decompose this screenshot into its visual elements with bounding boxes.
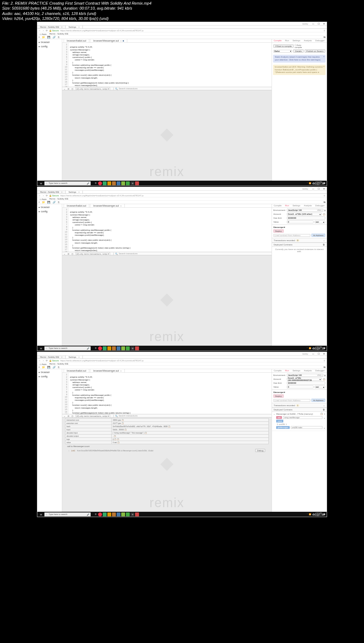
star-icon[interactable]: ☆	[323, 29, 325, 32]
alert-close-icon[interactable]: ×	[323, 55, 325, 58]
copy-icon[interactable]: 📋	[323, 213, 325, 216]
fn-add-input[interactable]	[283, 416, 322, 419]
file-tab-close-icon[interactable]: ×	[120, 40, 122, 42]
tab-compile[interactable]: Compile	[272, 204, 283, 207]
fn-getmessages-button[interactable]: getMessages	[276, 426, 290, 429]
tx-recorded-header[interactable]: Transactions recorded: 0⌄	[272, 238, 327, 243]
tx-search[interactable]: 🔍Search transactions	[113, 87, 270, 90]
code-editor[interactable]: 1234567891011121314151617181920212223 pr…	[62, 208, 272, 252]
load-address-input[interactable]: Load contract from Address	[273, 234, 310, 237]
chevron-down-icon[interactable]: ⌄	[273, 413, 275, 415]
tab-settings[interactable]: Settings×	[66, 191, 83, 193]
bookmark-remix[interactable]: Remix - Solidity IDE	[49, 33, 68, 35]
chrome-icon[interactable]	[98, 181, 102, 185]
fn-getmessages-input[interactable]	[291, 426, 322, 429]
apps-button[interactable]: ⚏ Apps	[39, 33, 47, 35]
copy-icon[interactable]: 📋	[320, 413, 323, 415]
chevron-down-icon[interactable]: ⌄	[323, 416, 325, 419]
publish-button[interactable]: Publish on Swarm	[305, 49, 325, 53]
file-tab-ballot[interactable]: browser/ballot.sol	[64, 204, 89, 207]
windows-start-icon[interactable]: ⊞	[39, 181, 43, 185]
store-icon[interactable]	[112, 181, 116, 185]
auto-compile-checkbox[interactable]: ☐ Auto compile	[295, 44, 307, 48]
tab-settings[interactable]: Settings	[291, 204, 302, 207]
app-icon[interactable]	[103, 181, 107, 185]
code-editor[interactable]: 1234567891011121314151617181920212223 pr…	[62, 43, 272, 87]
info-icon[interactable]: ℹ	[325, 209, 325, 212]
vscode-icon[interactable]	[117, 181, 121, 185]
file-tab-ballot[interactable]: browser/ballot.sol	[64, 39, 89, 42]
code-content[interactable]: pragma solidity ^0.4.24;contract Messeng…	[69, 43, 272, 87]
debug-button[interactable]: Debug	[255, 449, 265, 452]
file-tab-messenger[interactable]: browser/Messenger.sol×	[90, 204, 125, 207]
warning-alert[interactable]: browser/ballot.sol:18:5: Warning: Defini…	[273, 65, 326, 75]
file-tab-messenger[interactable]: browser/Messenger.sol×	[90, 39, 127, 42]
toggle-panel-icon[interactable]: ⇆	[323, 36, 326, 39]
tab-remix[interactable]: Remix - Solidity IDE×	[37, 26, 66, 28]
fn-add-button[interactable]: add	[276, 416, 282, 419]
chevron-down-icon[interactable]: ⌄	[323, 426, 325, 429]
folder-icon[interactable]: 📁	[42, 36, 45, 39]
tab-debugger[interactable]: Debugger	[314, 204, 326, 207]
details-button[interactable]: Details	[293, 49, 303, 53]
tab-run[interactable]: Run	[283, 39, 291, 42]
account-select[interactable]: 0xca3...a733c (100 ether)▾	[287, 213, 322, 216]
app3-icon[interactable]	[126, 181, 130, 185]
tab-remix[interactable]: Remix - Solidity IDE×	[37, 191, 66, 193]
wifi-icon[interactable]: 📶	[309, 182, 311, 184]
close-icon[interactable]: ✕	[321, 22, 327, 25]
link-icon[interactable]: 🔗	[53, 36, 56, 39]
chevron-down-icon[interactable]: ⌄	[64, 87, 65, 90]
tab-analysis[interactable]: Analysis	[302, 39, 314, 42]
code-editor[interactable]: 1234567891011121314151617181920212223 pr…	[62, 373, 272, 414]
back-icon[interactable]: ←	[39, 30, 41, 32]
save-icon[interactable]: 💾	[47, 36, 50, 39]
reload-icon[interactable]: ⟳	[46, 29, 48, 32]
fn-count-button[interactable]: count	[276, 420, 283, 423]
tab-analysis[interactable]: Analysis	[302, 204, 314, 207]
explorer-icon[interactable]	[107, 181, 111, 185]
tab-close-icon[interactable]: ×	[79, 26, 80, 28]
deploy-button[interactable]: Deploy	[273, 394, 284, 398]
value-unit-select[interactable]: wei▾	[315, 220, 325, 223]
static-analysis-alert[interactable]: Static Analysis raised 2 warning(s) that…	[273, 55, 326, 63]
contract-select[interactable]: Messenger▾	[273, 391, 325, 393]
alert-close-icon[interactable]: ×	[323, 65, 325, 68]
tab-support[interactable]: Support	[326, 204, 327, 207]
app2-icon[interactable]	[121, 181, 125, 185]
forward-icon[interactable]: →	[42, 30, 44, 32]
tab-compile[interactable]: Compile	[272, 39, 283, 42]
tab-run[interactable]: Run	[283, 204, 291, 207]
minimize-icon[interactable]: —	[310, 23, 316, 25]
tab-support[interactable]: Support	[326, 39, 327, 42]
tab-debugger[interactable]: Debugger	[314, 39, 326, 42]
task-view-icon[interactable]: ☰	[93, 181, 97, 185]
pending-icon[interactable]: ◷	[71, 87, 73, 90]
contract-select[interactable]: Messenger▾	[273, 226, 325, 228]
clear-icon[interactable]: ⊘	[68, 87, 69, 90]
taskbar-search[interactable]: ○Type here to search🎤	[44, 181, 91, 185]
mic-icon[interactable]: 🎤	[87, 182, 89, 185]
gas-input[interactable]: 3000000	[287, 217, 325, 219]
github-icon[interactable]: ⎘	[58, 36, 59, 38]
copy-icon[interactable]: 📋	[122, 419, 124, 421]
chevron-right-icon[interactable]: ›	[69, 450, 69, 452]
maximize-icon[interactable]: ☐	[316, 22, 321, 25]
filter-dropdown[interactable]: [2] only remix transactions, script ▾	[75, 87, 110, 90]
value-input[interactable]: 0	[287, 220, 314, 223]
start-compile-button[interactable]: ⟳ Start to compile	[273, 44, 294, 48]
sidebar-item-browser[interactable]: ▸ browser	[39, 40, 60, 44]
contract-select[interactable]: Ballot▾	[273, 50, 292, 53]
tray-arrow-icon[interactable]: ˄	[307, 182, 308, 184]
deploy-button[interactable]: Deploy	[273, 229, 284, 233]
url-bar[interactable]: ← → ⟳ 🔒 Secure https://remix.ethereum.or…	[37, 29, 327, 32]
environment-select[interactable]: JavaScript VMVM(-)	[287, 209, 323, 212]
trash-icon[interactable]: 🗑	[323, 409, 325, 411]
tab-settings[interactable]: Settings×	[66, 26, 83, 28]
app4-icon[interactable]	[135, 181, 139, 185]
obs-icon[interactable]: ◎	[130, 181, 134, 185]
close-icon[interactable]: ×	[324, 413, 325, 415]
tab-settings[interactable]: Settings	[291, 39, 302, 42]
new-file-icon[interactable]: +	[38, 36, 40, 38]
trash-icon[interactable]: 🗑	[323, 244, 325, 246]
